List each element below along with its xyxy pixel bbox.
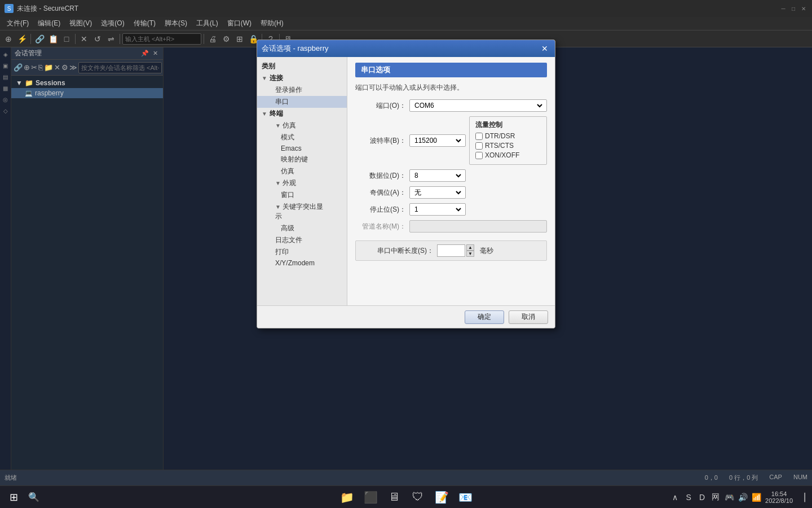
spinner-up-button[interactable]: ▲ [466,244,474,251]
close-button[interactable]: ✕ [800,5,807,12]
cat-login-label: 登录操作 [275,86,302,94]
tray-icon-5[interactable]: 🔊 [737,492,748,503]
parity-label: 奇偶位(A)： [355,188,406,198]
dialog-title: 会话选项 - raspberry [262,43,328,54]
cat-emulation2[interactable]: 仿真 [257,165,347,177]
cat-window[interactable]: 窗口 [257,189,347,201]
tray-chevron[interactable]: ∧ [669,492,681,503]
cat-terminal[interactable]: ▼ 终端 [257,108,347,120]
cat-mode[interactable]: 模式 [257,132,347,143]
cat-highlight-chevron: ▼ [275,204,281,210]
xon-xoff-checkbox[interactable] [475,152,483,159]
taskbar-right-area: ∧ S D 网 🎮 🔊 📶 16:54 2022/8/10 ▕ [669,491,807,504]
session-options-dialog: 会话选项 - raspberry ✕ 类别 ▼ 连接 登录操作 串口 [257,40,555,329]
baud-select-control[interactable]: 115200 9600 19200 38400 57600 230400 [409,134,466,147]
cat-emulation-chevron: ▼ [275,122,281,129]
port-select-control[interactable]: COM6 COM1 COM2 COM3 COM4 COM5 COM7 COM8 [409,99,547,112]
rts-cts-checkbox[interactable] [475,142,483,150]
start-button[interactable]: ⊞ [5,488,23,506]
taskbar-search-button[interactable]: 🔍 [25,488,43,506]
dtr-dsr-row: DTR/DSR [475,132,541,140]
port-label: 端口(O)： [355,101,406,111]
window-controls: ─ □ ✕ [779,5,807,12]
xon-xoff-row: XON/XOFF [475,151,541,159]
minimize-button[interactable]: ─ [779,5,787,12]
title-bar: S 未连接 - SecureCRT ─ □ ✕ [0,0,812,17]
databits-row: 数据位(D)： 8 5 6 7 [355,169,547,182]
spinner-down-button[interactable]: ▼ [466,251,474,257]
baud-flowcontrol-row: 波特率(B)： 115200 9600 19200 38400 57600 23… [355,116,547,165]
category-label: 类别 [262,62,275,71]
cancel-button[interactable]: 取消 [509,310,548,324]
cat-emulation[interactable]: ▼ 仿真 [257,120,347,132]
taskbar-app-shield[interactable]: 🛡 [408,487,428,507]
app-icon: S [5,4,14,13]
cat-appearance-label: 外观 [283,179,296,187]
port-select[interactable]: COM6 COM1 COM2 COM3 COM4 COM5 COM7 COM8 [412,100,544,111]
dtr-dsr-checkbox[interactable] [475,133,483,140]
break-row: 串口中断长度(S)： 100 ▲ ▼ 毫秒 [355,240,547,261]
stopbits-select-control[interactable]: 1 1.5 2 [409,203,466,216]
serial-options-panel: 串口选项 端口可以手动输入或从列表中选择。 端口(O)： COM6 COM1 C… [347,57,555,305]
cat-log[interactable]: 日志文件 [257,234,347,246]
pipe-input[interactable] [409,220,547,233]
databits-select-control[interactable]: 8 5 6 7 [409,169,466,182]
stopbits-select[interactable]: 1 1.5 2 [412,204,463,215]
category-panel: 类别 ▼ 连接 登录操作 串口 ▼ 终端 ▼ 仿真 [257,57,347,305]
cat-highlight[interactable]: ▼ 关键字突出显示 [257,201,347,222]
dialog-titlebar: 会话选项 - raspberry ✕ [257,40,555,57]
time-display: 16:54 [765,491,793,497]
cat-advanced[interactable]: 高级 [257,222,347,234]
show-desktop-button[interactable]: ▕ [796,492,807,503]
taskbar-time: 16:54 2022/8/10 [765,491,793,504]
tray-icon-3[interactable]: 网 [710,492,721,503]
cat-appearance[interactable]: ▼ 外观 [257,177,347,189]
tray-network[interactable]: 📶 [751,492,762,503]
cat-serial-label: 串口 [275,98,289,106]
cat-connect-label: 连接 [270,73,283,83]
date-display: 2022/8/10 [765,497,793,504]
ok-button[interactable]: 确定 [465,310,504,324]
cat-emacs[interactable]: Emacs [257,143,347,154]
cat-zmodem[interactable]: X/Y/Zmodem [257,258,347,268]
baud-select[interactable]: 115200 9600 19200 38400 57600 230400 [412,135,463,146]
cat-connect-chevron: ▼ [262,75,267,81]
taskbar-terminal[interactable]: ⬛ [360,487,381,507]
rts-cts-label: RTS/CTS [485,142,514,150]
parity-select[interactable]: 无 奇 偶 标记 空格 [412,187,463,198]
flowcontrol-group: 流量控制 DTR/DSR RTS/CTS XON/XOFF [469,116,547,165]
taskbar-explorer[interactable]: 📁 [337,487,357,507]
cat-connect[interactable]: ▼ 连接 [257,72,347,84]
cat-login[interactable]: 登录操作 [257,84,347,96]
cat-print[interactable]: 打印 [257,246,347,258]
spinner-buttons: ▲ ▼ [466,244,474,257]
tray-icon-2[interactable]: D [696,492,708,503]
dialog-footer: 确定 取消 [257,305,555,328]
break-spinner: 100 ▲ ▼ [437,244,474,257]
stopbits-row: 停止位(S)： 1 1.5 2 [355,203,547,216]
dtr-dsr-label: DTR/DSR [485,132,515,140]
databits-select[interactable]: 8 5 6 7 [412,170,463,181]
taskbar-browser[interactable]: 🖥 [384,487,404,507]
taskbar: ⊞ 🔍 📁 ⬛ 🖥 🛡 📝 📧 ∧ S D 网 🎮 🔊 📶 16:54 2022… [0,485,812,508]
dialog-close-button[interactable]: ✕ [539,43,550,54]
taskbar-app-mail[interactable]: 📧 [455,487,475,507]
pipe-row: 管道名称(M)： [355,220,547,233]
cat-terminal-chevron: ▼ [262,111,267,117]
tray-game[interactable]: 🎮 [723,492,735,503]
maximize-button[interactable]: □ [789,5,797,12]
cat-highlight-label: 关键字突出显示 [275,203,323,220]
break-value-input[interactable]: 100 [437,244,465,257]
parity-select-control[interactable]: 无 奇 偶 标记 空格 [409,186,466,199]
cat-terminal-label: 终端 [270,109,283,119]
cat-keymap[interactable]: 映射的键 [257,154,347,165]
baud-label: 波特率(B)： [355,136,406,146]
cat-serial[interactable]: 串口 [257,96,347,108]
panel-title: 串口选项 [355,63,547,77]
cat-emulation-label: 仿真 [283,121,296,129]
rts-cts-row: RTS/CTS [475,142,541,150]
taskbar-app-v[interactable]: 📝 [431,487,452,507]
category-header: 类别 [257,60,347,72]
tray-securecrt[interactable]: S [683,492,694,503]
cat-appearance-chevron: ▼ [275,180,281,186]
